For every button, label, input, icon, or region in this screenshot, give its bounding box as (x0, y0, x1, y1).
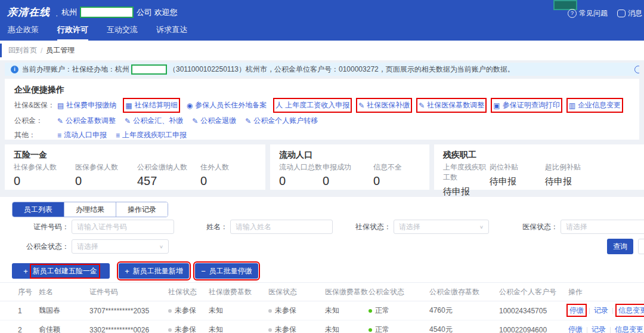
link-label: 参保证明查询打印 (503, 100, 560, 110)
stop-payment-link[interactable]: 停缴 (568, 325, 583, 333)
nav-item-interaction[interactable]: 互动交流 (107, 24, 138, 41)
breadcrumb-accent-bar (0, 44, 2, 57)
link-insurance-cert-print[interactable]: ▣参保证明查询打印 (493, 100, 559, 110)
status-text: 正常 (375, 306, 389, 314)
cell-name: 魏国春 (39, 301, 89, 320)
link-label: 公积金基数调整 (66, 116, 116, 126)
link-company-info-change[interactable]: ▥企业信息变更 (569, 100, 621, 110)
link-fund-remit-repay[interactable]: ✎公积金汇、补缴 (125, 116, 183, 126)
card-items: 社保参保人数0 医保参保人数0 公积金缴纳人数457 住外人数0 (14, 162, 229, 188)
cell-fund-account: 100022094600 (499, 320, 568, 333)
action-separator (612, 308, 613, 314)
row-label-other: 其他： (14, 130, 57, 140)
edit-icon: ✎ (57, 117, 63, 125)
link-social-medical-base-adjust[interactable]: ✎社保医保基数调整 (419, 100, 484, 110)
stat-label: 公积金缴纳人数 (137, 162, 200, 172)
table-header-row: 序号 姓名 证件号码 社保状态 社保缴费基数 医保状态 医保缴费基数 公积金状态… (0, 283, 644, 301)
col-medical-status: 医保状态 (268, 283, 325, 301)
company-city: 杭州 (61, 7, 77, 18)
link-label: 社保结算明细 (135, 100, 178, 110)
plus-icon: + (23, 267, 28, 276)
tab-employee-list[interactable]: 员工列表 (13, 202, 64, 217)
faq-link[interactable]: ? 常见问题 (568, 8, 608, 18)
id-number-label: 证件号码： (12, 220, 69, 234)
stat-social-insured: 社保参保人数0 (14, 162, 75, 188)
reset-button[interactable]: 重置 (638, 239, 644, 254)
social-status-label: 社保状态： (345, 220, 391, 234)
card-title: 残疾职工 (443, 150, 476, 161)
link-label: 公积金汇、补缴 (133, 116, 183, 126)
info-change-link[interactable]: 信息变更 (617, 306, 644, 315)
link-label: 公积金个人账户转移 (253, 116, 318, 126)
switch-icon (634, 66, 639, 73)
status-text: 未参保 (175, 325, 196, 333)
status-text: 未参保 (175, 306, 196, 314)
medical-status-label: 医保状态： (512, 220, 558, 234)
link-fund-refund[interactable]: ✎公积金退缴 (192, 116, 236, 126)
faq-label: 常见问题 (579, 8, 608, 18)
link-social-medical-repay[interactable]: ✎社保医保补缴 (358, 100, 410, 110)
cell-medical-base: 未知 (325, 301, 369, 320)
notice-text-prefix: 当前办理账户：社保经办地：杭州 (22, 64, 129, 75)
fund-status-select[interactable]: 请选择 ∨ (72, 239, 169, 254)
link-social-fee-declare[interactable]: ▤社保费申报缴纳 (57, 100, 116, 110)
stat-value: 0 (14, 174, 75, 188)
nav-item-policy[interactable]: 惠企政策 (8, 24, 39, 41)
stat-label: 申报成功 (323, 162, 373, 172)
link-migrant-population-declare[interactable]: ≡流动人口申报 (57, 130, 107, 140)
status-dot-gray (168, 328, 172, 332)
cell-name: 俞佳颖 (39, 320, 89, 333)
stat-label: 岗位补贴 (490, 162, 545, 172)
stat-value: 0 (200, 174, 229, 188)
search-button[interactable]: 查询 (607, 239, 633, 254)
stop-payment-link[interactable]: 停缴 (568, 306, 585, 315)
link-annual-salary-declare[interactable]: 人上年度工资收入申报 (275, 100, 349, 110)
social-status-select[interactable]: 请选择 ∨ (394, 220, 489, 234)
info-change-link[interactable]: 信息变更 (615, 325, 643, 333)
brand: 亲清在线 · 杭州 公司 欢迎您 (7, 5, 178, 19)
tab-operation-records[interactable]: 操作记录 (116, 202, 168, 217)
link-disabled-employee-declare[interactable]: ≡上年度残疾职工申报 (116, 130, 187, 140)
stat-post-subsidy: 岗位补贴待申报 (490, 162, 545, 198)
stat-label: 社保参保人数 (14, 162, 75, 172)
list-icon: ≡ (57, 131, 61, 140)
card-items: 流动人口总数0 申报成功0 信息不全0 (279, 162, 402, 188)
chart-icon: ▥ (569, 101, 575, 110)
col-social-status: 社保状态 (168, 283, 209, 301)
switch-account-link[interactable]: 切换账户 (634, 64, 639, 75)
quick-ops-row-fund: 公积金： ✎公积金基数调整 ✎公积金汇、补缴 ✎公积金退缴 ✎公积金个人账户转移 (14, 116, 327, 126)
select-placeholder: 请选择 (399, 222, 420, 232)
name-input[interactable] (230, 220, 333, 234)
create-five-insurances-button[interactable]: + 新员工创建五险一金 (12, 263, 110, 279)
batch-stop-payment-button[interactable]: − 员工批量停缴 (195, 263, 258, 279)
tab-handling-results[interactable]: 办理结果 (64, 202, 116, 217)
record-link[interactable]: 记录 (594, 306, 608, 314)
stat-value: 0 (75, 174, 137, 188)
stat-label: 信息不全 (373, 162, 402, 172)
id-number-input[interactable] (72, 220, 174, 234)
row-label-fund: 公积金： (14, 116, 57, 126)
link-label: 参保人员长住外地备案 (195, 100, 267, 110)
batch-add-employees-button[interactable]: + 新员工批量新增 (119, 263, 189, 279)
account-notice-bar: i 当前办理账户：社保经办地：杭州 （3011000102250113）杭州市，… (5, 63, 639, 76)
medical-status-select[interactable]: 请选择 ∨ (561, 220, 644, 234)
button-label: 新员工创建五险一金 (32, 266, 98, 277)
stat-value: 0 (279, 174, 323, 188)
employee-panel: 员工列表 办理结果 操作记录 证件号码： 姓名： 社保状态： 请选择 ∨ 医保状… (0, 197, 644, 333)
link-social-settlement-detail[interactable]: ▦社保结算明细 (125, 100, 177, 110)
cell-fund-base: 4540元 (429, 320, 499, 333)
action-separator (587, 327, 587, 333)
messages-link[interactable]: 消息 (617, 8, 642, 18)
select-placeholder: 请选择 (566, 222, 587, 232)
panel-tabs: 员工列表 办理结果 操作记录 (12, 202, 168, 217)
link-out-of-town-record[interactable]: ◉参保人员长住外地备案 (187, 100, 267, 110)
link-fund-base-adjust[interactable]: ✎公积金基数调整 (57, 116, 116, 126)
nav-item-appeal[interactable]: 诉求直达 (156, 24, 187, 41)
nav-item-administrative-license[interactable]: 行政许可 (57, 24, 88, 41)
breadcrumb-back-link[interactable]: 回到首页 (8, 45, 37, 56)
question-icon: ? (568, 9, 577, 18)
link-fund-account-transfer[interactable]: ✎公积金个人账户转移 (245, 116, 318, 126)
cell-fund-account: 100024345705 (499, 301, 568, 320)
col-fund-status: 公积金状态 (369, 283, 429, 301)
record-link[interactable]: 记录 (592, 325, 606, 333)
